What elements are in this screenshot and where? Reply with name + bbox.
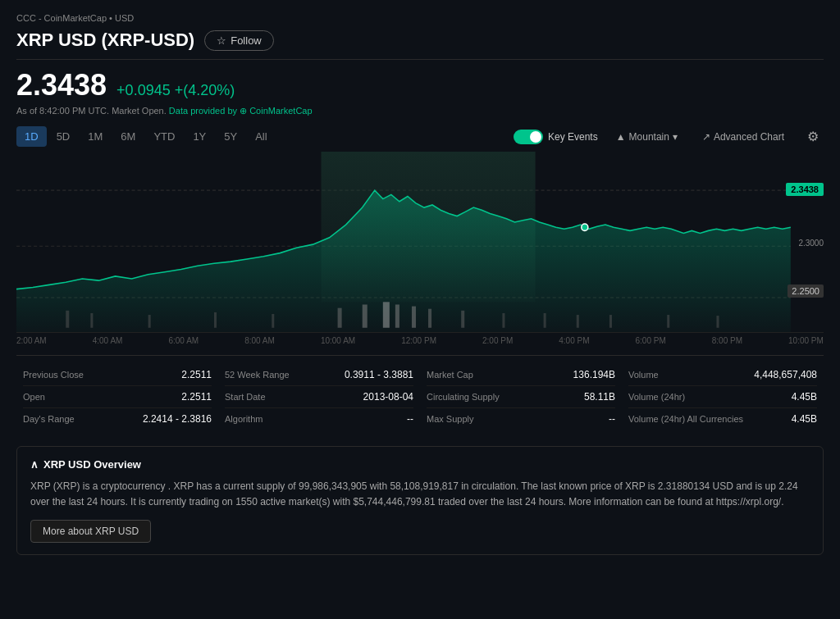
time-btn-1y[interactable]: 1Y <box>185 126 214 147</box>
key-events-switch[interactable] <box>514 130 543 144</box>
svg-rect-9 <box>272 314 274 328</box>
stat-volume-24hr: Volume (24hr) 4.45B <box>628 386 817 408</box>
x-label: 8:00 AM <box>244 336 275 345</box>
time-btn-1d[interactable]: 1D <box>16 126 47 147</box>
svg-rect-16 <box>461 311 464 328</box>
x-axis: 2:00 AM 4:00 AM 6:00 AM 8:00 AM 10:00 AM… <box>16 332 824 352</box>
title-divider <box>16 59 824 60</box>
time-btn-ytd[interactable]: YTD <box>145 126 183 147</box>
x-label: 8:00 PM <box>712 336 742 345</box>
time-btn-1m[interactable]: 1M <box>80 126 111 147</box>
x-label: 4:00 PM <box>559 336 589 345</box>
mid-price-label: 2.3000 <box>798 239 824 248</box>
stat-algorithm: Algorithm -- <box>225 408 413 430</box>
x-label: 2:00 AM <box>16 336 47 345</box>
chart-toolbar: 1D 5D 1M 6M YTD 1Y 5Y All Key Events ▲ M… <box>16 126 824 147</box>
market-status: As of 8:42:00 PM UTC. Market Open. Data … <box>16 106 824 116</box>
stat-52week: 52 Week Range 0.3911 - 3.3881 <box>225 364 413 386</box>
price-main: 2.3438 <box>16 68 107 102</box>
chevron-up-icon: ∧ <box>30 458 39 471</box>
x-label: 10:00 AM <box>321 336 355 345</box>
svg-rect-15 <box>428 309 431 328</box>
overview-text: XRP (XRP) is a cryptocurrency . XRP has … <box>30 479 810 510</box>
stat-previous-close: Previous Close 2.2511 <box>23 364 212 386</box>
time-btn-5d[interactable]: 5D <box>48 126 79 147</box>
stat-col-2: 52 Week Range 0.3911 - 3.3881 Start Date… <box>218 356 420 438</box>
x-label: 4:00 AM <box>93 336 123 345</box>
stat-market-cap: Market Cap 136.194B <box>427 364 615 386</box>
breadcrumb: CCC - CoinMarketCap • USD <box>16 13 824 23</box>
svg-rect-13 <box>395 304 399 327</box>
page-title: XRP USD (XRP-USD) <box>16 30 194 51</box>
settings-button[interactable]: ⚙ <box>802 127 824 146</box>
x-label: 10:00 PM <box>788 336 824 345</box>
svg-point-4 <box>582 224 588 230</box>
star-icon: ☆ <box>217 34 226 47</box>
stats-grid: Previous Close 2.2511 Open 2.2511 Day's … <box>16 355 824 438</box>
chart-type-button[interactable]: ▲ Mountain ▾ <box>609 128 684 146</box>
chart-controls: Key Events ▲ Mountain ▾ ↗ Advanced Chart… <box>514 127 824 146</box>
svg-rect-17 <box>502 313 504 328</box>
price-change: +0.0945 +(4.20%) <box>116 82 235 99</box>
svg-rect-7 <box>148 315 151 328</box>
svg-rect-12 <box>383 302 390 327</box>
follow-button[interactable]: ☆ Follow <box>204 30 274 51</box>
time-btn-6m[interactable]: 6M <box>112 126 144 147</box>
stat-volume: Volume 4,448,657,408 <box>628 364 817 386</box>
stat-open: Open 2.2511 <box>23 386 212 408</box>
x-label: 6:00 AM <box>168 336 199 345</box>
svg-rect-14 <box>412 307 416 328</box>
overview-header[interactable]: ∧ XRP USD Overview <box>30 458 810 471</box>
stat-circulating-supply: Circulating Supply 58.11B <box>427 386 615 408</box>
low-price-label: 2.2500 <box>788 284 824 298</box>
x-label: 2:00 PM <box>482 336 513 345</box>
chevron-down-icon: ▾ <box>673 131 678 143</box>
svg-rect-21 <box>667 315 669 328</box>
stat-start-date: Start Date 2013-08-04 <box>225 386 413 408</box>
x-label: 6:00 PM <box>636 336 666 345</box>
stat-col-1: Previous Close 2.2511 Open 2.2511 Day's … <box>16 356 218 438</box>
stat-col-3: Market Cap 136.194B Circulating Supply 5… <box>420 356 622 438</box>
svg-rect-19 <box>577 315 579 328</box>
svg-rect-5 <box>66 311 69 328</box>
svg-rect-20 <box>609 315 612 328</box>
x-label: 12:00 PM <box>401 336 436 345</box>
stat-days-range: Day's Range 2.2414 - 2.3816 <box>23 408 212 430</box>
chart-svg <box>16 152 824 332</box>
advanced-chart-button[interactable]: ↗ Advanced Chart <box>696 128 791 146</box>
svg-rect-10 <box>338 308 342 328</box>
svg-rect-22 <box>716 316 719 328</box>
stat-max-supply: Max Supply -- <box>427 408 615 430</box>
time-period-buttons: 1D 5D 1M 6M YTD 1Y 5Y All <box>16 126 514 147</box>
chart-container: 2.3438 2.3000 2.2500 2:00 AM 4:00 AM 6:0… <box>16 152 824 352</box>
stat-col-4: Volume 4,448,657,408 Volume (24hr) 4.45B… <box>622 356 824 438</box>
chart-icon: ↗ <box>702 131 710 143</box>
svg-rect-8 <box>214 312 217 328</box>
key-events-toggle[interactable]: Key Events <box>514 130 598 144</box>
svg-rect-18 <box>544 313 546 328</box>
mountain-icon: ▲ <box>616 131 626 143</box>
time-btn-all[interactable]: All <box>247 126 275 147</box>
stat-volume-all: Volume (24hr) All Currencies 4.45B <box>628 408 817 430</box>
price-chart: 2.3438 2.3000 2.2500 <box>16 152 824 332</box>
current-price-label: 2.3438 <box>786 183 824 196</box>
key-events-label: Key Events <box>548 131 598 143</box>
svg-rect-11 <box>363 304 368 327</box>
overview-section: ∧ XRP USD Overview XRP (XRP) is a crypto… <box>16 446 824 555</box>
time-btn-5y[interactable]: 5Y <box>216 126 245 147</box>
more-about-button[interactable]: More about XRP USD <box>30 520 151 543</box>
svg-rect-6 <box>90 313 93 328</box>
